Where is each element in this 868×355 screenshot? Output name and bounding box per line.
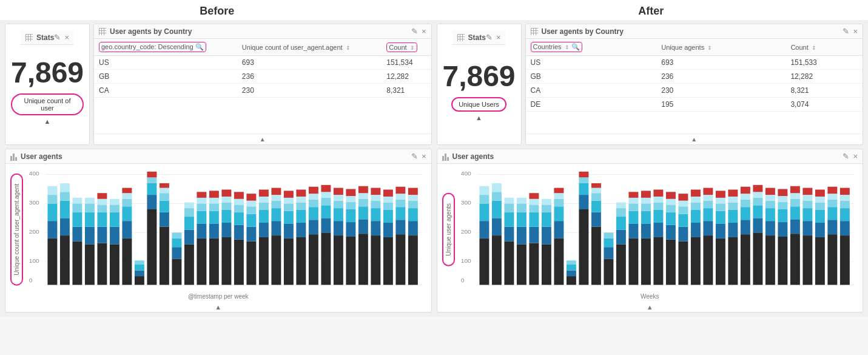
before-country-table-arrow[interactable]: ▲ [94, 134, 431, 144]
before-stats-content: 7,869 Unique count of user ▲ [11, 45, 84, 138]
svg-rect-136 [321, 185, 331, 192]
svg-rect-44 [122, 199, 132, 206]
table-cell-unique: 195 [656, 98, 786, 112]
after-chart-close-icon[interactable]: × [853, 152, 858, 161]
svg-rect-155 [371, 235, 380, 285]
before-country-close-icon[interactable]: × [422, 27, 426, 36]
before-country-edit-icon[interactable]: ✎ [411, 27, 418, 36]
before-y-axis-container: Unique count of user_agent.agent [10, 169, 23, 291]
svg-rect-163 [383, 210, 393, 223]
after-country-scroll[interactable]: Countries ⇕ 🔍 Unique agents ⇕ Count ⇕ [526, 39, 863, 134]
svg-rect-262 [641, 238, 650, 285]
search-icon-after[interactable]: 🔍 [571, 43, 580, 50]
svg-rect-333 [778, 189, 787, 196]
after-chart-area: 400 300 200 100 0 [457, 169, 858, 291]
sort-icon-after-unique[interactable]: ⇕ [707, 45, 712, 51]
svg-rect-205 [504, 242, 514, 285]
svg-rect-360 [839, 208, 849, 221]
before-stats-arrow[interactable]: ▲ [44, 118, 51, 125]
before-stats-close-icon[interactable]: × [64, 33, 69, 42]
after-country-title-area: User agents by Country [531, 27, 624, 36]
sort-icon-after-countries[interactable]: ⇕ [565, 44, 570, 50]
svg-rect-293 [703, 221, 713, 235]
svg-rect-331 [778, 202, 787, 209]
svg-rect-307 [728, 203, 738, 210]
table-row: US 693 151,533 [526, 56, 863, 70]
svg-rect-85 [221, 210, 231, 223]
svg-rect-39 [110, 205, 119, 212]
svg-rect-340 [802, 235, 812, 285]
svg-rect-104 [259, 203, 269, 210]
svg-rect-56 [160, 227, 169, 285]
svg-rect-275 [665, 225, 675, 240]
after-stats-arrow[interactable]: ▲ [476, 114, 482, 121]
before-stats-edit-icon[interactable]: ✎ [54, 33, 61, 42]
svg-rect-208 [504, 203, 514, 212]
after-chart-edit-icon[interactable]: ✎ [843, 152, 849, 161]
svg-rect-319 [753, 198, 762, 205]
svg-rect-61 [160, 183, 169, 188]
svg-rect-82 [209, 191, 219, 197]
svg-rect-320 [753, 192, 762, 198]
after-country-close-icon[interactable]: × [853, 27, 858, 36]
svg-rect-322 [765, 235, 775, 285]
sort-icon-before-count[interactable]: ⇕ [410, 45, 415, 51]
svg-rect-101 [259, 237, 269, 285]
sort-icon-before-unique[interactable]: ⇕ [346, 45, 351, 51]
before-chart-arrow[interactable]: ▲ [5, 302, 431, 312]
svg-rect-283 [678, 206, 688, 214]
svg-rect-58 [160, 201, 169, 212]
svg-rect-49 [135, 265, 144, 271]
svg-rect-173 [408, 235, 418, 285]
svg-rect-260 [628, 198, 638, 204]
svg-rect-102 [259, 223, 269, 237]
after-stats-edit-icon[interactable]: ✎ [486, 33, 493, 42]
svg-rect-263 [641, 224, 650, 238]
before-country-body: geo.country_code: Descending 🔍 Unique co… [94, 39, 431, 144]
svg-rect-90 [234, 225, 244, 240]
svg-rect-271 [653, 203, 663, 210]
svg-text:0: 0 [29, 277, 33, 283]
after-section: Stats ✎ × 7,869 Unique Users ▲ [437, 24, 864, 313]
svg-rect-285 [678, 194, 688, 200]
before-chart-close-icon[interactable]: × [422, 152, 426, 161]
svg-rect-116 [284, 203, 294, 211]
svg-rect-324 [765, 208, 775, 221]
svg-rect-62 [172, 259, 181, 285]
before-country-scroll[interactable]: geo.country_code: Descending 🔍 Unique co… [94, 39, 431, 134]
after-country-table-header-row: Countries ⇕ 🔍 Unique agents ⇕ Count ⇕ [526, 39, 863, 56]
after-country-body: Countries ⇕ 🔍 Unique agents ⇕ Count ⇕ [526, 39, 863, 144]
table-cell-count: 151,533 [786, 56, 863, 70]
before-col-unique: Unique count of user_agent.agent ⇕ [237, 39, 382, 56]
after-country-title: User agents by Country [542, 27, 624, 36]
svg-rect-269 [653, 223, 663, 237]
svg-rect-203 [491, 192, 501, 200]
table-row: CA 230 8,321 [526, 84, 863, 98]
after-chart-panel: User agents ✎ × Unique user agents 400 3… [437, 149, 864, 313]
svg-rect-211 [516, 227, 526, 245]
svg-rect-346 [815, 237, 824, 285]
svg-rect-14 [47, 186, 57, 195]
svg-rect-93 [234, 199, 244, 205]
table-row: CA 230 8,321 [94, 84, 431, 98]
after-stats-close-icon[interactable]: × [496, 33, 501, 42]
before-chart-edit-icon[interactable]: ✎ [411, 152, 418, 161]
after-country-edit-icon[interactable]: ✎ [843, 27, 849, 36]
before-stats-panel-icons: ✎ × [54, 33, 69, 42]
svg-rect-363 [839, 188, 849, 195]
svg-rect-91 [234, 212, 244, 225]
search-icon-before[interactable]: 🔍 [195, 43, 204, 50]
svg-text:2015-12-31: 2015-12-31 [740, 289, 769, 291]
svg-rect-212 [516, 212, 526, 227]
svg-rect-23 [72, 203, 82, 212]
after-chart-arrow[interactable]: ▲ [437, 302, 863, 312]
svg-rect-233 [566, 271, 576, 277]
svg-rect-36 [110, 244, 119, 285]
svg-rect-50 [135, 260, 144, 265]
after-stats-title-area: Stats [457, 33, 486, 42]
svg-rect-362 [839, 195, 849, 201]
sort-icon-after-count[interactable]: ⇕ [812, 45, 816, 51]
svg-rect-51 [147, 209, 156, 285]
after-country-table-arrow[interactable]: ▲ [526, 134, 863, 144]
svg-rect-284 [678, 201, 688, 207]
